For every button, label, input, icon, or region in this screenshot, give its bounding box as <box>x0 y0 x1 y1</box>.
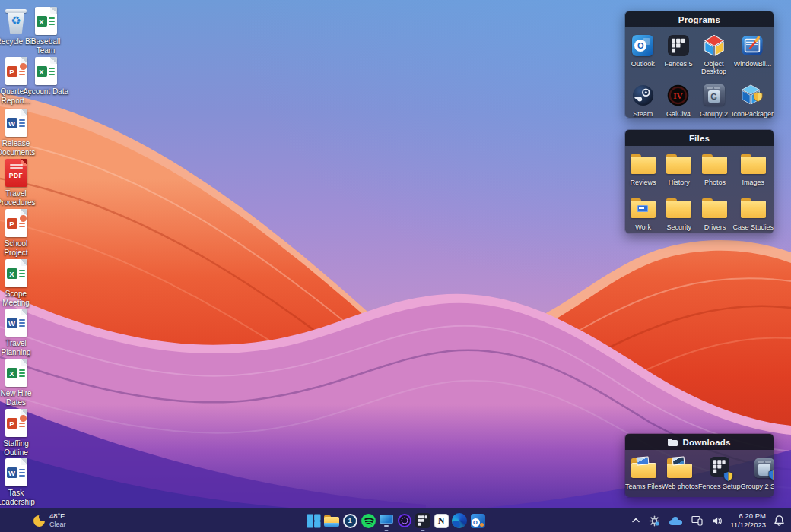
excel-file-icon <box>35 56 57 85</box>
fence-item-label: IconPackager <box>732 110 774 118</box>
object-desktop-icon <box>703 33 726 58</box>
desktop-icon-release-documents[interactable]: Release Documents <box>0 108 40 157</box>
spotify-button[interactable] <box>359 508 377 532</box>
desktop-icon-label: New Hire Dates <box>0 389 40 407</box>
desktop-icon-scope-meeting[interactable]: Scope Meeting <box>0 258 40 308</box>
fence-downloads-body: Teams Files Web photos Fences Setup Grou… <box>625 450 774 498</box>
fence-item-drivers[interactable]: Drivers <box>697 191 732 235</box>
notion-button[interactable]: N <box>432 508 450 532</box>
edge-button[interactable] <box>450 508 469 532</box>
fence-files-titlebar[interactable]: Files <box>625 130 774 146</box>
fence-item-label: Steam <box>633 110 653 118</box>
fence-item-galciv4[interactable]: GalCiv4 <box>661 78 697 119</box>
fence-item-label: Teams Files <box>625 483 662 490</box>
fence-title-text: Programs <box>678 15 720 24</box>
desktop-icon-school-project[interactable]: School Project <box>0 208 40 258</box>
fences-button[interactable] <box>414 508 432 532</box>
fence-item-label: WindowBli... <box>734 60 772 68</box>
file-explorer-button[interactable] <box>322 508 341 532</box>
desktop-icon-account-data[interactable]: Account Data <box>22 56 69 97</box>
fence-downloads-titlebar[interactable]: Downloads <box>625 434 774 450</box>
desktop-icon-baseball-team[interactable]: Baseball Team <box>22 6 69 55</box>
one-password-button[interactable]: 1 <box>341 508 359 532</box>
spotify-icon <box>361 514 376 528</box>
desktop-icon-label: School Project <box>0 239 40 258</box>
fence-item-label: GalCiv4 <box>666 110 691 118</box>
fence-item-security[interactable]: Security <box>661 191 697 235</box>
powerpoint-file-icon <box>5 408 27 437</box>
fence-item-steam[interactable]: Steam <box>625 78 661 119</box>
purple-ring-app-button[interactable] <box>396 508 414 532</box>
hidden-icons-chevron[interactable] <box>631 516 641 525</box>
volume-tray-button[interactable] <box>710 515 724 527</box>
phone-link-tray-button[interactable] <box>690 514 704 527</box>
start-button[interactable] <box>304 508 322 532</box>
fences-setup-icon <box>710 455 729 480</box>
desktop: ♻ Recycle Bin Baseball Team Quarterly Re… <box>0 0 791 532</box>
file-explorer-icon <box>324 515 339 527</box>
word-file-icon <box>5 108 27 137</box>
fence-item-images[interactable]: Images <box>732 146 774 191</box>
desktop-icon-travel-planning[interactable]: Travel Planning <box>0 308 40 357</box>
system-tray: 6:20 PM 11/12/2023 <box>631 508 786 532</box>
folder-icon <box>666 151 691 176</box>
desktop-icon-new-hire-dates[interactable]: New Hire Dates <box>0 358 40 407</box>
moon-weather-icon <box>33 515 45 527</box>
fence-item-outlook[interactable]: Outlook <box>625 27 661 78</box>
taskbar: 48°F Clear 1 <box>0 508 791 532</box>
fence-item-reviews[interactable]: Reviews <box>625 146 661 191</box>
taskbar-app-icons: 1 N <box>304 508 487 532</box>
fence-item-label: Photos <box>704 179 726 186</box>
weather-widget[interactable]: 48°F Clear <box>27 508 72 532</box>
fence-item-object-desktop[interactable]: Object Desktop <box>696 27 732 78</box>
fence-programs: Programs Outlook Fences 5 Object Desktop… <box>624 11 774 119</box>
monitor-app-button[interactable] <box>377 508 396 532</box>
fence-item-label: Reviews <box>631 179 656 186</box>
fence-item-work[interactable]: Work <box>625 191 661 235</box>
excel-file-icon <box>35 6 57 35</box>
onedrive-tray-button[interactable] <box>668 515 684 527</box>
desktop-icon-label: Release Documents <box>0 139 40 157</box>
desktop-icon-task-leadership[interactable]: Task Leadership <box>0 458 40 507</box>
fence-item-web-photos[interactable]: Web photos <box>662 450 698 498</box>
desktop-icon-label: Scope Meeting <box>0 290 40 308</box>
clock[interactable]: 6:20 PM 11/12/2023 <box>730 511 766 530</box>
fence-files-body: Reviews History Photos Images Work Secur… <box>625 146 774 234</box>
excel-file-icon <box>5 258 27 287</box>
fence-title-text: Downloads <box>682 438 730 447</box>
desktop-icon-staffing-outline[interactable]: Staffing Outline <box>0 408 40 458</box>
fence-programs-titlebar[interactable]: Programs <box>625 11 774 27</box>
date-text: 11/12/2023 <box>730 521 766 530</box>
fence-item-history[interactable]: History <box>661 146 697 191</box>
fence-item-label: Images <box>742 179 764 186</box>
pdf-file-icon <box>5 158 27 187</box>
notification-center-button[interactable] <box>772 513 786 528</box>
fence-item-teams-files[interactable]: Teams Files <box>625 450 662 498</box>
fence-item-label: Drivers <box>704 223 726 231</box>
fence-item-label: Outlook <box>631 60 655 68</box>
fence-item-fences5[interactable]: Fences 5 <box>661 27 697 78</box>
groupy-icon: G <box>704 83 725 108</box>
fence-item-label: History <box>669 179 690 186</box>
edge-icon <box>452 513 467 528</box>
fence-item-case-studies[interactable]: Case Studies <box>732 191 774 235</box>
iconpackager-icon <box>740 83 764 108</box>
fence-item-fences-setup[interactable]: Fences Setup <box>698 450 741 498</box>
fence-item-windowblinds[interactable]: WindowBli... <box>732 27 774 78</box>
desktop-icon-label: Travel Planning <box>0 339 40 357</box>
fence-item-photos[interactable]: Photos <box>697 146 732 191</box>
fence-item-groupy2-setup[interactable]: Groupy 2 Setup <box>740 450 774 498</box>
desktop-icon-label: Staffing Outline <box>0 439 40 458</box>
fence-item-label: Groupy 2 <box>700 110 728 118</box>
fence-item-iconpackager[interactable]: IconPackager <box>732 78 774 119</box>
speaker-icon <box>712 516 723 526</box>
desktop-icon-travel-procedures[interactable]: Travel Procedures <box>0 158 40 207</box>
update-tray-button[interactable] <box>647 514 662 528</box>
fence-item-groupy2[interactable]: G Groupy 2 <box>696 78 732 119</box>
windows-logo-icon <box>307 514 321 528</box>
outlook-button[interactable] <box>469 508 487 532</box>
folder-icon <box>668 439 678 446</box>
fences-icon <box>668 33 689 58</box>
folder-icon <box>741 151 766 176</box>
one-password-icon: 1 <box>343 514 357 528</box>
